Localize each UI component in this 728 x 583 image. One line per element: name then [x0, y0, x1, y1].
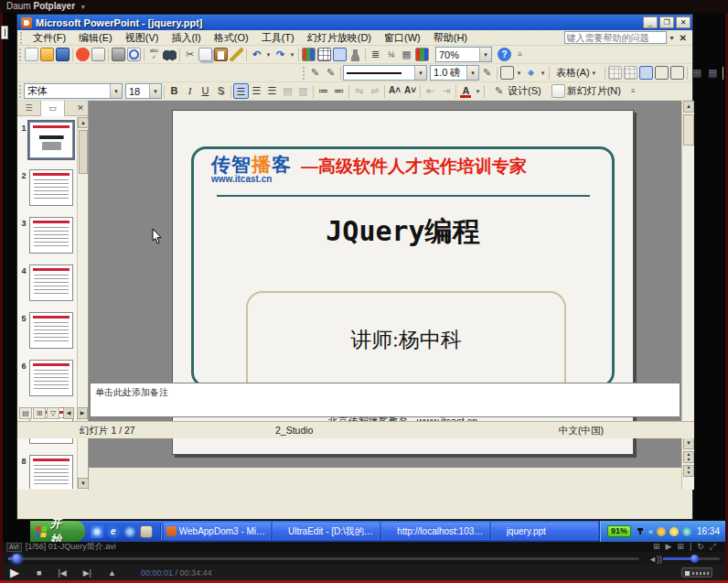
text-direction-button[interactable]: ⇋ — [351, 83, 367, 99]
slide-thumbnail-row[interactable]: 4 — [18, 265, 78, 308]
menu-item[interactable]: 格式(O) — [208, 30, 255, 45]
network-tray-icon[interactable] — [682, 527, 691, 536]
repeat-icon[interactable]: ↻ — [697, 542, 704, 552]
menu-item[interactable]: 编辑(E) — [72, 30, 119, 45]
undo-icon[interactable] — [250, 48, 263, 61]
new-icon[interactable] — [25, 48, 38, 61]
fill-dropdown-icon[interactable]: ▾ — [539, 70, 547, 77]
notes-pane[interactable]: 单击此处添加备注 — [90, 383, 680, 417]
messenger-tray-icon[interactable] — [669, 527, 679, 536]
close-button[interactable]: ✕ — [676, 16, 691, 28]
playlist-toggle-icon[interactable]: ⊞ — [653, 542, 660, 552]
zoom-combobox[interactable]: 70% ▾ — [435, 47, 492, 62]
design-button[interactable]: 设计(S) — [487, 83, 546, 100]
normal-view-button[interactable]: ▤ — [19, 407, 32, 419]
taskbar-clock[interactable]: 16:34 — [697, 526, 720, 536]
play-button[interactable]: ▶ — [10, 566, 19, 580]
align-left-button[interactable]: ☰ — [233, 83, 249, 99]
paste-icon[interactable] — [214, 48, 228, 61]
panel-scroll-thumb[interactable] — [79, 130, 88, 174]
video-area[interactable]: Microsoft PowerPoint - [jquery.ppt] _ ❐ … — [3, 13, 725, 542]
key-tray-icon[interactable] — [657, 527, 666, 536]
ppt-titlebar[interactable]: Microsoft PowerPoint - [jquery.ppt] _ ❐ … — [17, 15, 692, 30]
line-style-combobox[interactable]: ▾ — [343, 65, 427, 81]
tables-and-borders-icon[interactable] — [333, 48, 347, 61]
slide-thumbnail[interactable] — [29, 455, 73, 489]
align-bottom-icon[interactable] — [670, 66, 684, 80]
slide-thumbnail[interactable] — [29, 169, 73, 206]
numbering-button[interactable]: ≔ — [316, 83, 331, 99]
menu-item[interactable]: 窗口(W) — [378, 30, 427, 45]
player-menu-caret-icon[interactable]: ▾ — [81, 3, 85, 11]
columns-button[interactable]: ▥ — [295, 83, 311, 99]
menu-item[interactable]: 帮助(H) — [427, 30, 474, 45]
border-color-icon[interactable] — [480, 66, 494, 80]
next-slide-button[interactable]: ▼▼ — [683, 465, 694, 477]
underline-button[interactable]: U — [198, 83, 213, 99]
hscroll-left-icon[interactable]: ◀ — [63, 407, 74, 419]
shadow-button[interactable]: S — [213, 83, 229, 99]
line-weight-combobox[interactable]: 1.0 磅 ▾ — [430, 65, 479, 81]
distribute-columns-icon[interactable] — [706, 66, 720, 80]
menu-item[interactable]: 工具(T) — [255, 30, 301, 45]
player-corner-button[interactable] — [681, 567, 712, 578]
increase-indent-button[interactable]: ⇥ — [438, 83, 454, 99]
menu-item[interactable]: 视图(V) — [119, 30, 166, 45]
open-eject-button[interactable]: ▲ — [108, 566, 116, 580]
minimize-button[interactable]: _ — [643, 16, 658, 28]
font-size-combobox[interactable]: 18 ▾ — [125, 83, 162, 99]
panel-scroll-up-icon[interactable]: ▲ — [78, 117, 89, 128]
copy-icon[interactable] — [198, 48, 212, 61]
slide-thumbnail[interactable] — [29, 217, 73, 254]
format-painter-icon[interactable] — [230, 48, 243, 61]
expand-all-icon[interactable] — [369, 48, 382, 61]
battery-indicator[interactable]: 91% — [607, 525, 631, 537]
toolbar-grip[interactable] — [303, 67, 305, 80]
quick-launch-media-icon[interactable] — [91, 525, 103, 538]
align-center-button[interactable]: ☰ — [249, 83, 264, 99]
toolbar-grip[interactable] — [19, 85, 22, 98]
previous-slide-button[interactable]: ▲▲ — [683, 451, 694, 463]
volume-slider[interactable] — [663, 557, 720, 560]
show-desktop-icon[interactable] — [140, 525, 153, 538]
print-preview-icon[interactable] — [127, 48, 141, 61]
merge-cells-icon[interactable] — [608, 66, 622, 80]
restore-button[interactable]: ❐ — [659, 16, 674, 28]
slide-sorter-button[interactable]: ⊞ — [33, 407, 46, 419]
line-weight-dropdown-icon[interactable]: ▾ — [466, 66, 478, 80]
distribute-rows-icon[interactable] — [691, 66, 704, 80]
slide-thumbnail[interactable] — [29, 312, 73, 349]
permission-icon[interactable] — [76, 48, 90, 61]
taskbar-task-button[interactable]: UltraEdit - [D:\我的文档... — [273, 523, 380, 540]
center-vertically-icon[interactable] — [655, 66, 669, 80]
quick-launch-ie-icon[interactable]: e — [107, 525, 120, 538]
bold-button[interactable]: B — [166, 83, 182, 99]
tab-slides[interactable]: ▭ — [41, 101, 65, 116]
new-slide-button[interactable]: 新幻灯片(N) — [546, 83, 626, 100]
panel-toggle-icon[interactable]: ⊞ — [677, 542, 684, 552]
print-icon[interactable] — [112, 48, 125, 61]
line-style-dropdown-icon[interactable]: ▾ — [414, 66, 426, 80]
insert-chart-icon[interactable] — [302, 48, 316, 61]
menubar-grip[interactable] — [20, 32, 24, 44]
fullscreen-icon[interactable]: ⤢ — [710, 542, 716, 552]
toolbar-options-icon[interactable]: ≡ — [626, 84, 640, 98]
spelling-icon[interactable]: abc✓ — [147, 48, 161, 61]
slide-thumbnail-row[interactable]: 8 — [18, 455, 78, 489]
start-button[interactable]: 开始 — [30, 521, 85, 542]
help-question-input[interactable] — [564, 31, 667, 44]
power-plug-icon[interactable] — [636, 527, 645, 536]
slide-thumbnail-row[interactable]: 1 — [18, 122, 78, 165]
align-right-button[interactable]: ☰ — [264, 83, 280, 99]
slide-thumbnail-row[interactable]: 6 — [18, 360, 78, 403]
play-mode-icon[interactable]: ▶ — [665, 542, 671, 552]
slide-thumbnail-row[interactable]: 3 — [18, 217, 78, 260]
redo-dropdown-icon[interactable]: ▾ — [288, 51, 296, 59]
hidden-icons-chevron[interactable]: « — [648, 527, 653, 536]
taskbar-task-button[interactable]: WebAppDom3 - Microsof... — [164, 523, 271, 540]
undo-dropdown-icon[interactable]: ▾ — [264, 51, 273, 59]
tab-outline[interactable]: ☰ — [17, 101, 41, 116]
email-icon[interactable] — [91, 48, 105, 61]
next-button[interactable]: ▶| — [83, 566, 91, 580]
zoom-dropdown-icon[interactable]: ▾ — [479, 48, 491, 61]
